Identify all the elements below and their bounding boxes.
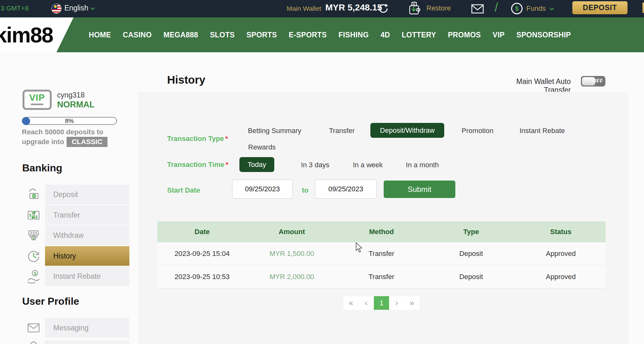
nav-item-casino[interactable]: CASINO [123, 31, 152, 39]
instant-rebate-icon: $ [25, 268, 42, 284]
vip-badge-underline [31, 104, 43, 105]
sidebar-item-label: Messaging [53, 324, 88, 332]
sidebar-item-transfer[interactable]: Transfer [45, 205, 129, 225]
cell-date: 2023-09-25 10:53 [157, 265, 247, 288]
sidebar-item-partial[interactable] [45, 341, 129, 344]
nav-item-4d[interactable]: 4D [381, 31, 390, 39]
history-clock-icon [25, 248, 42, 264]
time-option-today-selected[interactable]: Today [239, 157, 274, 172]
target-tier-badge: CLASSIC [67, 137, 107, 147]
svg-text:$: $ [35, 214, 38, 219]
date-to-input[interactable] [315, 180, 377, 199]
member-tier: NORMAL [57, 100, 94, 110]
sidebar-item-label: Deposit [53, 190, 78, 199]
restore-wallet-icon[interactable]: $ [407, 2, 421, 16]
page-last-button[interactable]: » [404, 296, 420, 310]
pagination: « ‹ 1 › » [343, 296, 420, 310]
date-range-to-label: to [302, 186, 309, 194]
withdraw-icon: $ [25, 227, 42, 244]
username: cyng318 [57, 91, 85, 99]
time-option-month[interactable]: In a month [406, 161, 439, 169]
time-option-3days[interactable]: In 3 days [301, 161, 329, 169]
divider-slash: / [495, 1, 498, 14]
transfer-icon: $$ [25, 207, 42, 223]
mail-icon[interactable] [471, 4, 484, 14]
sidebar-item-instant-rebate[interactable]: Instant Rebate [45, 266, 129, 286]
nav-menu: HOME CASINO MEGA888 SLOTS SPORTS E-SPORT… [89, 17, 571, 52]
cell-status: Approved [516, 242, 606, 265]
submit-button[interactable]: Submit [384, 181, 455, 198]
svg-text:$: $ [33, 236, 35, 240]
nav-item-sponsorship[interactable]: SPONSORSHIP [516, 31, 571, 39]
nav-item-promos[interactable]: PROMOS [448, 31, 481, 39]
table-header-row: Date Amount Method Type Status [157, 221, 606, 242]
profile-person-icon [25, 340, 42, 344]
funds-dollar-icon[interactable]: $ [511, 3, 523, 14]
deposit-button[interactable]: DEPOSIT [572, 1, 628, 14]
type-option-betting-summary[interactable]: Betting Summary [248, 127, 302, 135]
cell-date: 2023-09-25 15:04 [157, 242, 247, 265]
cell-amount: MYR 1,500.00 [247, 242, 337, 265]
language-selector[interactable]: English [64, 4, 88, 12]
cell-method: Transfer [337, 265, 426, 288]
tier-progress-bar: 8% [22, 117, 117, 125]
type-option-rewards[interactable]: Rewards [248, 143, 276, 151]
logo-area[interactable]: kim88 [0, 17, 74, 52]
sidebar-item-label: Instant Rebate [53, 272, 101, 281]
time-option-week[interactable]: In a week [353, 161, 383, 169]
nav-item-esports[interactable]: E-SPORTS [289, 31, 327, 39]
nav-item-sports[interactable]: SPORTS [246, 31, 277, 39]
type-option-deposit-withdraw-selected[interactable]: Deposit/Withdraw [370, 123, 444, 138]
progress-percent: 8% [23, 118, 116, 124]
nav-item-home[interactable]: HOME [89, 31, 111, 39]
sidebar-item-withdraw[interactable]: Withdraw [45, 226, 129, 245]
cell-type: Deposit [426, 242, 516, 265]
nav-item-fishing[interactable]: FISHING [338, 31, 368, 39]
sidebar-item-deposit[interactable]: Deposit [45, 185, 129, 204]
type-option-instant-rebate[interactable]: Instant Rebate [519, 127, 565, 135]
sidebar-item-history[interactable]: History [45, 246, 129, 266]
sidebar-item-label: History [53, 252, 76, 260]
cell-status: Approved [516, 265, 606, 288]
col-header-date: Date [157, 221, 247, 242]
page-first-button[interactable]: « [343, 296, 359, 310]
deposit-icon: $ [25, 186, 42, 203]
malaysia-flag-icon[interactable] [51, 3, 62, 14]
col-header-type: Type [426, 221, 516, 242]
type-option-transfer[interactable]: Transfer [329, 127, 355, 135]
required-asterisk: * [226, 161, 229, 169]
restore-label[interactable]: Restore [426, 4, 451, 12]
type-option-promotion[interactable]: Promotion [462, 127, 493, 135]
nav-item-vip[interactable]: VIP [493, 31, 505, 39]
mouse-cursor [356, 242, 363, 253]
svg-text:$: $ [33, 194, 36, 199]
auto-transfer-toggle[interactable]: OFF [581, 76, 605, 86]
brand-logo[interactable]: kim88 [0, 22, 53, 47]
top-bar: 3 GMT+8 English Main Wallet MYR 5,248.15… [0, 0, 644, 17]
user-profile-heading: User Profile [22, 296, 79, 307]
funds-selector[interactable]: Funds [526, 4, 546, 13]
upgrade-hint: Reach 50000 deposits to upgrade intoCLAS… [22, 127, 123, 147]
col-header-status: Status [516, 221, 606, 242]
cell-type: Deposit [426, 265, 516, 288]
date-from-input[interactable] [232, 180, 293, 199]
vip-badge-label: VIP [24, 92, 50, 104]
required-asterisk: * [225, 135, 228, 143]
nav-item-slots[interactable]: SLOTS [210, 31, 235, 39]
main-wallet-label: Main Wallet [287, 5, 321, 12]
cell-amount: MYR 2,000.00 [247, 265, 337, 288]
col-header-method: Method [337, 221, 426, 242]
nav-item-lottery[interactable]: LOTTERY [402, 31, 436, 39]
partial-next-button[interactable] [642, 3, 644, 13]
cell-method: Transfer [337, 242, 426, 265]
page-next-button[interactable]: › [389, 296, 404, 310]
page-title: History [167, 73, 205, 86]
sidebar-item-messaging[interactable]: Messaging [45, 318, 129, 338]
page-prev-button[interactable]: ‹ [359, 296, 374, 310]
page-number-current[interactable]: 1 [374, 296, 389, 310]
clock-timezone: 3 GMT+8 [1, 4, 29, 12]
wallet-balance: MYR 5,248.15 [325, 3, 382, 13]
refresh-balance-icon[interactable] [378, 3, 389, 14]
nav-item-mega888[interactable]: MEGA888 [163, 31, 198, 39]
table-row: 2023-09-25 10:53 MYR 2,000.00 Transfer D… [157, 265, 606, 289]
